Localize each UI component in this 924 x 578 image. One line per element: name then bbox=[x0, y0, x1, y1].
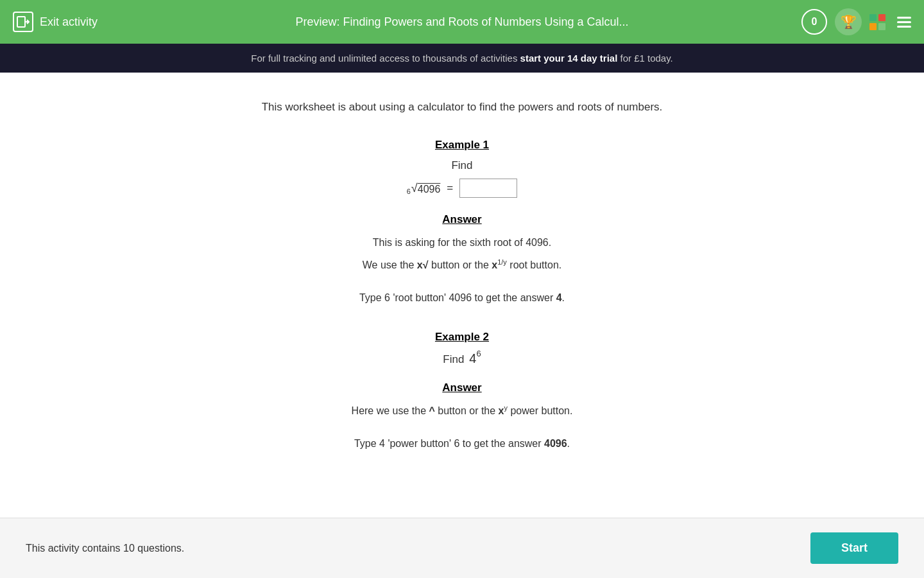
answer1-line2-prefix: We use the bbox=[363, 259, 417, 270]
example2-answer-section: Answer Here we use the ^ button or the x… bbox=[186, 381, 738, 453]
example1-math-row: 6√4096 = bbox=[186, 179, 738, 198]
banner-cta[interactable]: start your 14 day trial bbox=[520, 53, 618, 64]
main-content: This worksheet is about using a calculat… bbox=[173, 73, 751, 489]
banner-text-after: for £1 today. bbox=[617, 53, 672, 64]
answer2-button2: x bbox=[499, 405, 504, 416]
exit-activity-button[interactable]: Exit activity bbox=[13, 12, 98, 32]
example2-section: Example 2 Find 46 Answer Here we use the… bbox=[186, 331, 738, 453]
example2-find-row: Find 46 bbox=[186, 351, 738, 366]
svg-rect-0 bbox=[17, 17, 25, 27]
answer1-line3-prefix: Type 6 'root button' 4096 to get the ans… bbox=[359, 292, 556, 303]
equals-sign: = bbox=[447, 182, 453, 195]
power-base: 4 bbox=[469, 351, 476, 366]
answer1-button2: x bbox=[492, 259, 497, 270]
menu-button[interactable] bbox=[897, 17, 911, 28]
example1-section: Example 1 Find 6√4096 = Answer This is a… bbox=[186, 139, 738, 308]
answer2-line2: Type 4 'power button' 6 to get the answe… bbox=[186, 435, 738, 453]
page-title: Preview: Finding Powers and Roots of Num… bbox=[295, 15, 628, 29]
radicand: 4096 bbox=[418, 184, 441, 195]
example2-power-expression: 46 bbox=[469, 351, 481, 366]
root-index: 6 bbox=[407, 188, 411, 195]
answer1-line1: This is asking for the sixth root of 409… bbox=[186, 234, 738, 252]
exit-label: Exit activity bbox=[40, 15, 98, 29]
spacer2 bbox=[186, 425, 738, 435]
header: Exit activity Preview: Finding Powers an… bbox=[0, 0, 924, 44]
answer1-line2-mid: button or the bbox=[429, 259, 492, 270]
hamburger-line-1 bbox=[897, 17, 911, 19]
example2-title: Example 2 bbox=[186, 331, 738, 344]
start-button[interactable]: Start bbox=[810, 532, 898, 564]
answer1-result: 4 bbox=[556, 292, 562, 303]
answer2-line2-prefix: Type 4 'power button' 6 to get the answe… bbox=[354, 438, 544, 449]
answer1-button1: x√ bbox=[417, 259, 429, 270]
answer1-sup: 1/y bbox=[497, 258, 507, 266]
answer1-line2: We use the x√ button or the x1/y root bu… bbox=[186, 256, 738, 275]
answer2-result: 4096 bbox=[544, 438, 567, 449]
answer1-line2-suffix: root button. bbox=[507, 259, 561, 270]
spacer1 bbox=[186, 279, 738, 289]
exit-icon bbox=[13, 12, 33, 32]
root-symbol: √ bbox=[411, 182, 418, 195]
answer1-line3: Type 6 'root button' 4096 to get the ans… bbox=[186, 289, 738, 308]
example1-answer-title: Answer bbox=[186, 213, 738, 226]
answer2-line1-mid: button or the bbox=[435, 405, 499, 416]
example1-find-label: Find bbox=[186, 159, 738, 172]
intro-paragraph: This worksheet is about using a calculat… bbox=[186, 98, 738, 116]
score-badge: 0 bbox=[801, 9, 827, 35]
example1-expression: 6√4096 bbox=[407, 182, 441, 195]
hamburger-line-3 bbox=[897, 26, 911, 28]
example1-answer-input[interactable] bbox=[459, 179, 517, 198]
answer2-line1: Here we use the ^ button or the xy power… bbox=[186, 402, 738, 421]
answer2-line1-suffix: power button. bbox=[508, 405, 572, 416]
example1-title: Example 1 bbox=[186, 139, 738, 152]
example2-find-label: Find bbox=[443, 353, 464, 366]
trophy-button[interactable]: 🏆 bbox=[835, 8, 862, 35]
example2-answer-title: Answer bbox=[186, 381, 738, 394]
answer2-button1: ^ bbox=[429, 405, 435, 416]
hamburger-line-2 bbox=[897, 21, 911, 23]
power-exponent: 6 bbox=[476, 349, 481, 358]
activity-info: This activity contains 10 questions. bbox=[26, 543, 184, 554]
answer2-line2-suffix: . bbox=[567, 438, 570, 449]
bottom-panel: This activity contains 10 questions. Sta… bbox=[0, 518, 924, 578]
trial-banner: For full tracking and unlimited access t… bbox=[0, 44, 924, 73]
header-controls: 0 🏆 bbox=[801, 8, 911, 35]
answer2-line1-prefix: Here we use the bbox=[352, 405, 429, 416]
answer1-line3-suffix: . bbox=[562, 292, 565, 303]
game-icon[interactable] bbox=[869, 14, 886, 30]
example1-answer-section: Answer This is asking for the sixth root… bbox=[186, 213, 738, 308]
banner-text-normal: For full tracking and unlimited access t… bbox=[251, 53, 520, 64]
